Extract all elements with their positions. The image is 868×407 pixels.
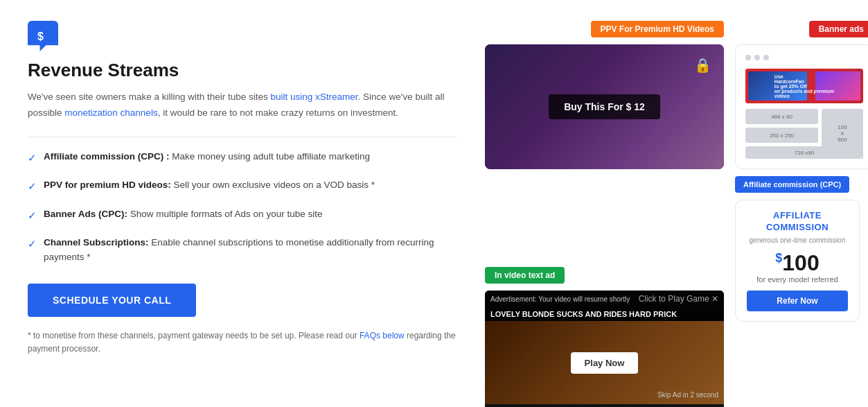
- affiliate-card-subtitle: generous one-time commission: [747, 236, 848, 244]
- faq-link[interactable]: FAQs below: [360, 331, 405, 340]
- affiliate-amount: $100: [747, 251, 848, 275]
- ads-and-affiliate: Banner ads UseHardcoreFanto get 25: [735, 21, 868, 322]
- lock-icon: 🔒: [694, 57, 711, 73]
- ad-size-250x250: 250 x 250: [745, 128, 818, 143]
- check-icon-3: ✓: [28, 208, 37, 224]
- invideo-content: Play Now Skip Ad in 2 second: [485, 321, 724, 404]
- feature-text-3: Banner Ads (CPC): Show multiple formats …: [44, 207, 322, 221]
- feature-item-3: ✓ Banner Ads (CPC): Show multiple format…: [28, 207, 457, 224]
- invideo-section: In video text ad Advertisement: Your vid…: [485, 267, 724, 407]
- browser-dots: [745, 55, 863, 60]
- ad-size-728x90: 728 x90: [745, 146, 863, 159]
- svg-text:$: $: [37, 31, 44, 42]
- ppv-badge: PPV For Premium HD Videos: [591, 21, 725, 37]
- ad-notice-text: Advertisement: Your video will resume sh…: [490, 295, 630, 303]
- feature-list: ✓ Affiliate commission (CPC) : Make mone…: [28, 150, 457, 264]
- ppv-video-thumb: 🔒 Buy This For $ 12: [485, 44, 724, 169]
- browser-dot-1: [745, 55, 751, 60]
- feature-title-4: Channel Subscriptions:: [44, 237, 149, 248]
- feature-title-1: Affiliate commission (CPC) :: [44, 151, 170, 162]
- ad-close-button[interactable]: Click to Play Game ✕: [639, 294, 718, 304]
- logo-area: $: [28, 21, 457, 51]
- browser-dot-2: [754, 55, 760, 60]
- feature-title-2: PPV for premium HD videos:: [44, 180, 171, 190]
- affiliate-card: AFFILIATECOMMISSION generous one-time co…: [735, 200, 860, 322]
- invideo-controls: ▶ ⛶: [485, 404, 724, 407]
- ad-main-label: UseHardcoreFanto get 25% Offon products …: [772, 72, 836, 101]
- ad-main-thumbnail: UseHardcoreFanto get 25% Offon products …: [745, 69, 863, 103]
- affiliate-card-title: AFFILIATECOMMISSION: [747, 210, 848, 234]
- invideo-title-bar: LOVELY BLONDE SUCKS AND RIDES HARD PRICK: [485, 307, 724, 321]
- feature-text-4: Channel Subscriptions: Enable channel su…: [44, 236, 457, 264]
- logo-icon: $: [28, 21, 58, 51]
- affiliate-card-desc: for every model referred: [747, 275, 848, 284]
- section-divider: [28, 137, 457, 137]
- invideo-top-bar: Advertisement: Your video will resume sh…: [485, 291, 724, 307]
- footnote-text: * to monetise from these channels, payme…: [28, 329, 457, 356]
- page-title: Revenue Streams: [28, 60, 457, 81]
- ppv-buy-button[interactable]: Buy This For $ 12: [549, 94, 660, 119]
- affiliate-badge: Affiliate commission (CPC): [735, 176, 849, 193]
- right-column: PPV For Premium HD Videos 🔒 Buy This For…: [485, 21, 868, 407]
- feature-item-4: ✓ Channel Subscriptions: Enable channel …: [28, 236, 457, 264]
- invideo-player: Advertisement: Your video will resume sh…: [485, 291, 724, 407]
- browser-dot-3: [763, 55, 769, 60]
- invideo-badge: In video text ad: [485, 267, 565, 284]
- intro-text: We've seen site owners make a killing wi…: [28, 89, 457, 121]
- check-icon-4: ✓: [28, 236, 37, 252]
- feature-title-3: Banner Ads (CPC):: [44, 209, 127, 219]
- feature-item-1: ✓ Affiliate commission (CPC) : Make mone…: [28, 150, 457, 166]
- ppv-section: PPV For Premium HD Videos 🔒 Buy This For…: [485, 21, 724, 260]
- intro-link-2[interactable]: monetization channels: [64, 107, 157, 118]
- currency-symbol: $: [775, 251, 782, 265]
- ads-browser-panel: UseHardcoreFanto get 25% Offon products …: [735, 44, 868, 169]
- feature-text-2: PPV for premium HD videos: Sell your own…: [44, 178, 375, 192]
- refer-now-button[interactable]: Refer Now: [747, 291, 848, 311]
- ad-sizes-grid: 160 X 600 468 x 60 250 x 250 728 x90: [745, 109, 863, 159]
- ppv-and-invideo: PPV For Premium HD Videos 🔒 Buy This For…: [485, 21, 724, 407]
- check-icon-1: ✓: [28, 150, 37, 166]
- banner-ads-badge: Banner ads: [809, 21, 868, 37]
- skip-ad-text: Skip Ad in 2 second: [657, 391, 718, 399]
- right-top-row: PPV For Premium HD Videos 🔒 Buy This For…: [485, 21, 868, 407]
- check-icon-2: ✓: [28, 179, 37, 195]
- feature-text-1: Affiliate commission (CPC) : Make money …: [44, 150, 370, 164]
- feature-item-2: ✓ PPV for premium HD videos: Sell your o…: [28, 178, 457, 195]
- schedule-call-button[interactable]: SCHEDULE YOUR CALL: [28, 284, 196, 317]
- play-now-button[interactable]: Play Now: [571, 352, 639, 374]
- left-column: $ Revenue Streams We've seen site owners…: [28, 21, 457, 407]
- intro-link-1[interactable]: built using xStreamer: [271, 92, 358, 102]
- page-container: $ Revenue Streams We've seen site owners…: [0, 0, 868, 407]
- ad-size-468x60: 468 x 60: [745, 109, 818, 124]
